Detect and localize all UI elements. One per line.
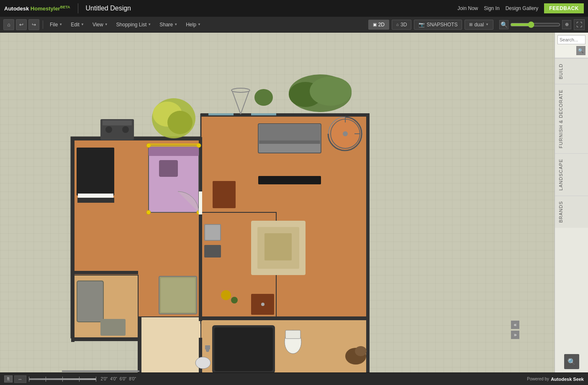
sign-in-link[interactable]: Sign In	[484, 5, 499, 11]
svg-rect-36	[77, 198, 114, 203]
scale-mark-3: 6'0"	[120, 377, 127, 381]
unit-toggle[interactable]: ft	[4, 375, 13, 382]
svg-point-73	[355, 346, 367, 356]
svg-rect-35	[77, 148, 114, 196]
view-menu[interactable]: View ▼	[89, 20, 111, 29]
top-bar: Autodesk HomestylerBETA Untitled Design …	[0, 0, 588, 17]
svg-rect-2	[138, 317, 203, 372]
snapshots-label: SNAPSHOTS	[426, 22, 457, 28]
build-tab[interactable]: BUILD	[555, 58, 588, 84]
svg-rect-37	[78, 194, 113, 198]
landscape-tab[interactable]: LANDSCAPE	[555, 153, 588, 196]
svg-rect-70	[214, 327, 273, 371]
top-right-nav: Join Now Sign In Design Gallery FEEDBACK	[457, 3, 584, 13]
view-arrow: ▼	[105, 23, 108, 26]
zoom-slider[interactable]	[510, 21, 560, 28]
svg-point-33	[146, 210, 151, 214]
svg-rect-42	[213, 181, 236, 208]
design-gallery-link[interactable]: Design Gallery	[506, 5, 539, 11]
svg-point-54	[343, 131, 348, 136]
panel-search-input[interactable]	[557, 35, 585, 44]
svg-rect-44	[77, 281, 103, 321]
svg-rect-14	[71, 271, 138, 274]
svg-rect-50	[259, 140, 320, 144]
svg-rect-13	[199, 137, 202, 321]
panel-search-area: 🔍	[555, 33, 588, 58]
svg-line-26	[241, 91, 249, 114]
beta-badge: BETA	[60, 5, 70, 9]
toolbar: ⌂ ↩ ↪ File ▼ Edit ▼ View ▼ Shopping List…	[0, 17, 588, 33]
zoom-area: 🔍 ⊕	[499, 20, 571, 29]
svg-rect-11	[366, 113, 370, 372]
panel-bottom: 🔍	[555, 351, 588, 372]
scale-mark-2: 4'0"	[110, 377, 117, 381]
scale-mark-1: 2'0"	[101, 377, 108, 381]
edit-menu[interactable]: Edit ▼	[67, 20, 87, 29]
powered-by-text: Powered by	[527, 377, 549, 381]
dual-button[interactable]: ⊞ dual ▼	[465, 20, 493, 30]
feedback-button[interactable]: FEEDBACK	[544, 3, 584, 13]
svg-point-39	[105, 126, 112, 133]
design-title: Untitled Design	[86, 5, 131, 12]
zoom-out-button[interactable]: 🔍	[499, 20, 508, 29]
svg-rect-29	[149, 145, 199, 156]
3d-mode-button[interactable]: ⌂ 3D	[392, 20, 411, 30]
edit-label: Edit	[71, 22, 80, 28]
svg-point-27	[231, 88, 250, 92]
svg-rect-49	[259, 125, 320, 141]
3d-label: 3D	[401, 22, 407, 28]
3d-icon: ⌂	[396, 22, 399, 27]
svg-rect-78	[149, 143, 199, 147]
help-menu[interactable]: Help ▼	[182, 20, 204, 29]
home-button[interactable]: ⌂	[3, 19, 14, 30]
snapshots-button[interactable]: 📷 SNAPSHOTS	[414, 20, 462, 30]
svg-rect-59	[264, 233, 292, 260]
svg-rect-51	[258, 176, 321, 184]
svg-rect-77	[251, 113, 276, 115]
file-arrow: ▼	[59, 23, 62, 26]
shopping-menu[interactable]: Shopping List ▼	[113, 20, 155, 29]
share-arrow: ▼	[174, 23, 177, 26]
collapse-arrows: « »	[511, 321, 519, 339]
fullscreen-button[interactable]: ⛶	[574, 19, 585, 30]
scale-arrow-button[interactable]: ↔	[14, 375, 26, 383]
ruler-line	[29, 378, 96, 380]
zoom-in-button[interactable]: ⊕	[562, 20, 571, 29]
svg-rect-47	[161, 278, 195, 312]
2d-mode-button[interactable]: ▣ 2D	[368, 20, 389, 30]
homestyler-name: Homestyler	[31, 5, 60, 12]
collapse-up-button[interactable]: «	[511, 321, 519, 329]
file-label: File	[50, 22, 58, 28]
main-layout: « » 🔍 BUILD FURNISH & DECORATE LANDSCAPE…	[0, 33, 588, 372]
dual-icon: ⊞	[469, 22, 472, 27]
svg-rect-79	[199, 191, 202, 214]
svg-rect-8	[71, 338, 140, 341]
svg-point-20	[310, 76, 352, 106]
logo-divider	[78, 3, 78, 13]
furnish-decorate-tab[interactable]: FURNISH & DECORATE	[555, 84, 588, 153]
file-menu[interactable]: File ▼	[46, 20, 66, 29]
svg-rect-45	[100, 319, 126, 336]
panel-search-icon-button[interactable]: 🔍	[564, 354, 579, 369]
panel-search-button[interactable]: 🔍	[576, 46, 585, 55]
canvas-area[interactable]: « »	[0, 33, 555, 372]
camera-icon: 📷	[419, 22, 425, 28]
share-menu[interactable]: Share ▼	[156, 20, 181, 29]
svg-rect-15	[199, 317, 366, 320]
dual-arrow: ▼	[485, 23, 489, 26]
svg-point-40	[122, 126, 129, 133]
join-now-link[interactable]: Join Now	[457, 5, 478, 11]
collapse-down-button[interactable]: »	[511, 331, 519, 339]
svg-rect-41	[103, 120, 132, 125]
view-modes: ▣ 2D ⌂ 3D 📷 SNAPSHOTS ⊞ dual ▼ 🔍 ⊕ ⛶	[368, 19, 585, 30]
svg-rect-16	[138, 317, 141, 372]
logo-text: Autodesk HomestylerBETA	[4, 5, 70, 12]
svg-rect-6	[71, 137, 201, 140]
redo-button[interactable]: ↪	[28, 19, 39, 30]
svg-line-25	[232, 91, 241, 114]
undo-button[interactable]: ↩	[16, 19, 27, 30]
svg-point-21	[254, 89, 273, 106]
2d-icon: ▣	[373, 22, 377, 27]
svg-rect-7	[71, 137, 74, 342]
brands-tab[interactable]: BRANDS	[555, 196, 588, 228]
